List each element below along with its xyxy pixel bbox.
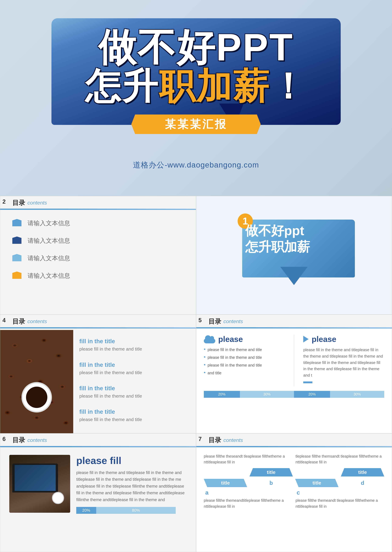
- slide-7-label-c: c: [295, 489, 339, 496]
- slide-3-title-line1: 做不好ppt: [245, 223, 352, 239]
- slide-3-banner: 1 做不好ppt 怎升职加薪: [233, 213, 355, 297]
- coffee-cup: [21, 382, 52, 412]
- contents-item-1: 请输入文本信息: [12, 219, 184, 227]
- slide-7-header-line: [196, 446, 392, 447]
- slide-7-header-title: 目录: [208, 436, 221, 444]
- slide-7-label-b: b: [250, 479, 293, 487]
- slide-2-header-sub: contents: [28, 200, 47, 206]
- slide-5-progress: 20% 30% 20% 30%: [204, 391, 384, 398]
- slide-4-header: 目录 contents: [0, 315, 196, 328]
- slide-5-col2-header: please: [303, 334, 384, 344]
- contents-item-1-text: 请输入文本信息: [28, 219, 70, 227]
- slide-7-top-left: please fillthe theseandt tleaplease fill…: [204, 453, 293, 465]
- slide-2-num: 2: [2, 198, 6, 205]
- slides-grid: 2 目录 contents 请输入文本信息 请输入文本信息: [0, 196, 392, 552]
- slide-4-num: 4: [2, 317, 6, 324]
- slide-4-item-4-title: fill in the title: [79, 409, 190, 415]
- slide-5-header-title: 目录: [208, 317, 221, 326]
- contents-item-3-text: 请输入文本信息: [28, 254, 70, 262]
- slide-7-tab-d: title: [341, 468, 384, 476]
- slide-4-item-3-title: fill in the title: [79, 385, 190, 392]
- desk-cup: [52, 492, 64, 504]
- hero-text: 做不好PPT 怎升职加薪！: [51, 28, 341, 105]
- slide-7-bottom-left: please fillthe themeandtitleplease fillt…: [204, 497, 293, 509]
- website-url: 道格办公-www.daogebangong.com: [133, 160, 259, 170]
- hero-title-suffix: ！: [270, 66, 307, 106]
- slide-1: 做不好PPT 怎升职加薪！ 某某某汇报 道格办公-www.daogebangon…: [0, 0, 392, 196]
- slide-6-text: please fill please fill in the theme and…: [76, 455, 187, 546]
- laptop-screen: [15, 465, 56, 491]
- slide-5-indicator: [303, 382, 312, 383]
- slide-5-bullet-3: ●please fill in the theme and title: [204, 362, 285, 368]
- slide-7: 7 目录 contents please fillthe theseandt t…: [196, 433, 392, 552]
- slide-5-header-line: [196, 327, 392, 328]
- slide-7-top-texts: please fillthe theseandt tleaplease fill…: [204, 453, 384, 465]
- slide-4-item-4: fill in the title please fill in the the…: [79, 409, 190, 423]
- slide-4-item-2-title: fill in the title: [79, 362, 190, 368]
- slide-4-header-line: [0, 327, 196, 328]
- slide-4: 4 目录 contents fill in the title please f…: [0, 315, 196, 433]
- slide-6-desc: please fill in the theme and titleplease…: [76, 469, 187, 503]
- slide-7-tab-c: title: [295, 479, 339, 487]
- slide-7-bottom-right: please fillthe themeandt tleaplease fill…: [295, 497, 384, 509]
- slide-7-content: please fillthe theseandt tleaplease fill…: [196, 449, 392, 552]
- cloud-icon: [204, 335, 215, 343]
- hero-title-line2: 怎升职加薪！: [51, 67, 341, 105]
- slide-4-item-1-desc: please fill in the theme and title: [79, 346, 190, 352]
- slide-7-tab-a: title: [204, 479, 247, 487]
- slide-6-num: 6: [2, 436, 6, 442]
- slide-5-col2-text: please fill in the theme and titleplease…: [303, 347, 384, 378]
- slide-6-header-line: [0, 446, 196, 447]
- slide-5-divider: [294, 334, 294, 386]
- contents-item-4: 请输入文本信息: [12, 271, 184, 280]
- slide-3-bg: 1 做不好ppt 怎升职加薪: [196, 196, 392, 314]
- contents-item-4-text: 请输入文本信息: [28, 271, 70, 280]
- slide-5-col1: please ●please fill in the theme and tit…: [204, 334, 285, 386]
- slide-6-header-sub: contents: [28, 437, 47, 443]
- slide-4-header-sub: contents: [28, 318, 47, 324]
- slide-5-col2: please please fill in the theme and titl…: [303, 334, 384, 386]
- slide-5-bullet-1: ●please fill in the theme and title: [204, 347, 285, 353]
- slide-4-item-2-desc: please fill in the theme and title: [79, 369, 190, 376]
- slide-2-header-line: [0, 209, 196, 209]
- hero-title-line1: 做不好PPT: [51, 28, 341, 67]
- slide-7-tabs: title title: [204, 468, 384, 476]
- contents-icon-1: [12, 219, 23, 227]
- slide-7-top-right: tleplease fillthe themsandt tleaplease f…: [295, 453, 384, 465]
- slide-7-letter-row: a c: [204, 489, 384, 496]
- slide-7-label-d: d: [341, 479, 384, 487]
- pb-4: 30%: [330, 391, 384, 398]
- slide-5-top: please ●please fill in the theme and tit…: [204, 334, 384, 386]
- slide-5-col1-header: please: [204, 334, 285, 344]
- pb-2: 30%: [240, 391, 294, 398]
- slide-5-header-sub: contents: [224, 318, 243, 324]
- slide-7-bottom-texts: please fillthe themeandtitleplease fillt…: [204, 497, 384, 509]
- slide-6: 6 目录 contents please fill please fill in…: [0, 433, 196, 552]
- contents-icon-3: [12, 254, 23, 262]
- slide-7-header: 目录 contents: [196, 433, 392, 447]
- slide-6-title: please fill: [76, 455, 187, 466]
- slide-2-header: 目录 contents: [0, 196, 196, 210]
- slide-3: 1 做不好ppt 怎升职加薪: [196, 196, 392, 315]
- slide-6-progress: 20% 80%: [76, 507, 176, 514]
- slide-4-item-4-desc: please fill in the theme and title: [79, 416, 190, 423]
- slide-2-header-title: 目录: [12, 198, 25, 207]
- contents-item-3: 请输入文本信息: [12, 254, 184, 262]
- laptop-body: [12, 464, 58, 492]
- slide-6-header: 目录 contents: [0, 433, 196, 447]
- contents-item-2-text: 请输入文本信息: [28, 236, 70, 245]
- contents-icon-4: [12, 271, 23, 280]
- slide-5-col1-title: please: [218, 334, 243, 344]
- coffee-beans: [0, 330, 73, 433]
- slide-7-num: 7: [198, 436, 202, 442]
- slide-6-header-title: 目录: [12, 436, 25, 444]
- slide-4-header-title: 目录: [12, 317, 25, 326]
- slide-6-pb1: 20%: [76, 507, 96, 514]
- slide-4-content: fill in the title please fill in the the…: [0, 330, 196, 433]
- slide-6-image: [9, 455, 70, 513]
- slide-7-header-sub: contents: [224, 437, 243, 443]
- slide-4-image: [0, 330, 73, 433]
- pb-1: 20%: [204, 391, 240, 398]
- slide-7-tab-b: title: [250, 468, 293, 476]
- slide-6-content: please fill please fill in the theme and…: [0, 449, 196, 552]
